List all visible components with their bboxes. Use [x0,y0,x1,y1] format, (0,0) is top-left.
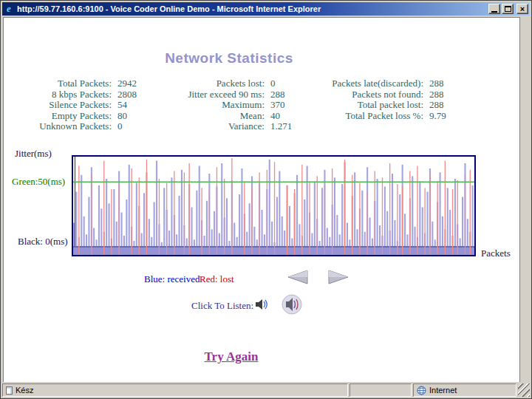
stat-label: Packets late(discarded): [298,78,423,89]
status-bar: Kész Internet [2,382,530,397]
maximize-icon [505,6,511,12]
next-page-button[interactable] [327,269,352,285]
status-panel: Kész [2,383,348,397]
arrow-right-icon [327,269,352,285]
stat-value: 9.79 [429,110,446,121]
stat-value: 54 [117,99,137,110]
stat-value: 288 [429,99,446,110]
stat-value: 0 [270,78,292,89]
stats-group2: Packets lost:0Jitter exceed 90 ms:288Max… [154,78,292,132]
zone-label: Internet [429,386,457,395]
stat-value: 288 [270,89,292,100]
stat-label: Total Packet loss %: [298,110,423,121]
previous-page-button[interactable] [284,269,310,285]
stat-value: 2808 [117,89,137,100]
chart-black-ref-label: Black: 0(ms) [18,236,68,248]
status-text: Kész [16,386,33,395]
security-zone-panel: Internet [413,383,516,397]
browser-window: { "window": { "title": "http://59.77.160… [0,0,532,399]
vertical-scrollbar[interactable] [519,17,531,382]
stat-label: Packets not found: [298,89,423,100]
chart-x-axis-label: Packets [481,248,511,259]
stat-label: Packets lost: [154,78,265,89]
arrow-left-icon [284,269,310,285]
stat-value: 370 [270,99,292,110]
stat-value: 80 [117,110,137,121]
close-button[interactable]: × [516,4,528,14]
globe-icon [417,386,426,395]
stat-label: Empty Packets: [18,110,112,121]
stat-value: 288 [429,89,446,100]
stat-label: 8 kbps Packets: [18,89,112,100]
title-bar[interactable]: e http://59.77.160.6:9100 - Voice Coder … [2,2,530,16]
ie-logo-icon: e [4,4,14,14]
chart-green-ref-label: Green:50(ms) [12,176,65,188]
jitter-chart-svg [73,157,474,255]
stat-label: Variance: [154,120,265,132]
speaker-circle-icon [282,294,302,315]
stat-label: Silence Packets: [18,99,112,110]
minimize-button[interactable] [488,4,500,14]
document-icon [6,386,13,395]
stat-value: 1.271 [270,120,292,132]
stats-group3: Packets late(discarded):288Packets not f… [298,78,446,120]
speaker-big-button[interactable] [282,294,302,318]
stat-label: Total Packets: [18,78,112,89]
jitter-chart [72,155,476,256]
stats-group1: Total Packets:29428 kbps Packets:2808Sil… [18,78,137,132]
speaker-small-button[interactable] [255,299,268,313]
stat-label: Mean: [154,110,265,121]
stat-label: Unknown Packets: [18,120,112,132]
minimize-icon [491,11,497,13]
stat-label: Jitter exceed 90 ms: [154,89,265,100]
stat-label: Total packet lost: [298,99,423,110]
status-empty-panel [349,383,412,397]
stat-label: Maximum: [154,99,265,110]
listen-label: Click To Listen: [191,300,253,312]
maximize-button[interactable] [502,4,514,14]
page-title: Network Statistics [118,50,340,66]
window-title: http://59.77.160.6:9100 - Voice Coder On… [17,2,485,16]
legend-lost: Red: lost [200,273,234,285]
legend-received: Blue: received [144,273,200,285]
stat-value: 40 [270,110,292,121]
stat-value: 288 [429,78,446,89]
try-again-link[interactable]: Try Again [144,349,318,364]
stat-value: 2942 [117,78,137,89]
page-content: Network Statistics Total Packets:29428 k… [3,17,519,382]
stat-value: 0 [117,120,137,132]
speaker-waves-icon [255,299,268,310]
window-controls: × [488,4,528,14]
chart-y-axis-label: Jitter(ms) [15,148,52,160]
resize-grip[interactable] [518,383,530,397]
